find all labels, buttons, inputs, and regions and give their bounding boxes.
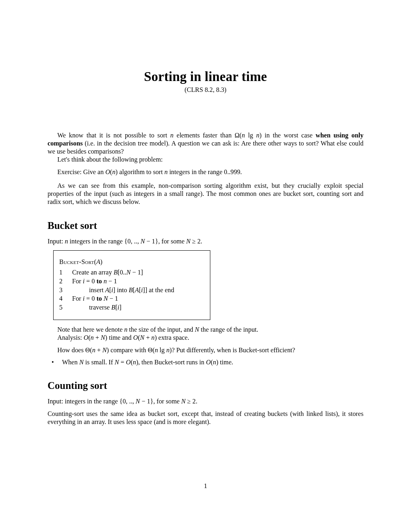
big-o: O bbox=[133, 334, 138, 341]
line-body: traverse B[i] bbox=[68, 303, 121, 312]
text: + bbox=[94, 334, 101, 341]
text: + bbox=[95, 347, 102, 354]
var-n: n bbox=[155, 347, 158, 354]
bucket-note: Note that here we denote n the size of t… bbox=[48, 326, 363, 334]
bucket-analysis: Analysis: O(n + N) time and O(N + n) ext… bbox=[48, 334, 363, 342]
algo-line-3: 3 insert A[i] into B[A[i]] at the end bbox=[59, 286, 204, 295]
text: ) algorithm to sort bbox=[116, 168, 164, 176]
var-N: N bbox=[101, 334, 105, 341]
bullet-icon: • bbox=[48, 358, 62, 366]
counting-input: Input: integers in the range {0, .., N −… bbox=[48, 397, 363, 405]
text: ), then Bucket-sort runs in bbox=[136, 359, 206, 366]
var-n: n bbox=[166, 347, 170, 354]
var-n: n bbox=[242, 132, 245, 139]
text: integers in the range 0..999. bbox=[168, 168, 242, 176]
text: = 0 bbox=[85, 295, 96, 302]
var-B: B bbox=[129, 287, 133, 294]
line-body: For i = 0 to n − 1 bbox=[68, 277, 117, 286]
line-body: insert A[i] into B[A[i]] at the end bbox=[68, 286, 174, 295]
section-heading-bucket: Bucket sort bbox=[48, 219, 363, 232]
kw-to: to bbox=[96, 295, 102, 302]
kw-to: to bbox=[96, 278, 102, 285]
var-N: N bbox=[104, 295, 108, 302]
var-n: n bbox=[164, 168, 168, 176]
section-heading-counting: Counting sort bbox=[48, 379, 363, 392]
intro-paragraph-3: As we can see from this example, non-com… bbox=[48, 182, 363, 206]
var-N: N bbox=[114, 359, 119, 366]
var-B: B bbox=[111, 304, 115, 311]
var-A: A bbox=[96, 258, 100, 266]
text: ) time and bbox=[105, 334, 133, 341]
intro-paragraph-1: We know that it is not possible to sort … bbox=[48, 131, 363, 156]
text: Note that here we denote bbox=[57, 326, 124, 333]
text: ) in the worst case bbox=[259, 132, 316, 139]
var-N: N bbox=[140, 334, 145, 341]
var-n: n bbox=[65, 238, 68, 245]
text: ]] at the end bbox=[143, 287, 174, 294]
text: ) bbox=[100, 258, 102, 266]
text: ] bbox=[119, 304, 121, 311]
bucket-question: How does Θ(n + N) compare with Θ(n lg n)… bbox=[48, 346, 363, 354]
bucket-input: Input: n integers in the range {0, .., N… bbox=[48, 237, 363, 245]
text: lg bbox=[158, 347, 166, 354]
var-n: n bbox=[170, 132, 174, 139]
document-title: Sorting in linear time bbox=[48, 69, 363, 85]
text: the size of the input, and bbox=[127, 326, 195, 333]
big-o: O bbox=[105, 168, 110, 176]
text: elements faster than Ω( bbox=[174, 132, 242, 139]
exercise: Exercise: Give an O(n) algorithm to sort… bbox=[48, 168, 363, 176]
var-n: n bbox=[133, 359, 136, 366]
text: − 1}, for some bbox=[145, 238, 186, 245]
var-N: N bbox=[102, 347, 107, 354]
text: Exercise: Give an bbox=[57, 168, 105, 176]
algorithm-box: Bucket-Sort(A) 1 Create an array B[0..N … bbox=[53, 250, 210, 320]
bullet-item: • When N is small. If N = O(n), then Buc… bbox=[48, 358, 363, 366]
line-number: 3 bbox=[59, 286, 68, 295]
text: For bbox=[72, 278, 83, 285]
var-N: N bbox=[126, 269, 131, 276]
text: the range of the input. bbox=[199, 326, 258, 333]
text: Analysis: bbox=[57, 334, 83, 341]
text: − 1 bbox=[108, 295, 118, 302]
text: For bbox=[72, 295, 83, 302]
var-N: N bbox=[141, 238, 145, 245]
text: − 1}, for some bbox=[140, 398, 181, 405]
text: (i.e. in the decision tree model). A que… bbox=[48, 140, 363, 155]
big-o: O bbox=[126, 359, 131, 366]
var-n: n bbox=[92, 347, 95, 354]
line-body: For i = 0 to N − 1 bbox=[68, 295, 118, 303]
text: Input: bbox=[48, 238, 65, 245]
text: − 1 bbox=[107, 278, 117, 285]
line-number: 1 bbox=[59, 268, 68, 277]
var-N: N bbox=[136, 398, 140, 405]
line-number: 4 bbox=[59, 295, 68, 303]
text: = 0 bbox=[85, 278, 96, 285]
text: insert bbox=[89, 287, 105, 294]
text: ≥ 2. bbox=[186, 398, 197, 405]
text: lg bbox=[245, 132, 256, 139]
intro-paragraph-2: Let's think about the following problem: bbox=[48, 156, 363, 164]
line-number: 5 bbox=[59, 303, 68, 312]
var-n: n bbox=[104, 278, 107, 285]
page-number: 1 bbox=[0, 482, 411, 490]
var-A: A bbox=[105, 287, 109, 294]
algo-line-4: 4 For i = 0 to N − 1 bbox=[59, 295, 204, 303]
text: When bbox=[62, 359, 79, 366]
text: ≥ 2. bbox=[191, 238, 202, 245]
text: [0.. bbox=[118, 269, 127, 276]
text: traverse bbox=[89, 304, 111, 311]
text: )? Put differently, when is Bucket-sort … bbox=[170, 347, 295, 354]
text: Create an array bbox=[72, 269, 114, 276]
text: is small. If bbox=[84, 359, 115, 366]
text: integers in the range {0, .., bbox=[68, 238, 141, 245]
algo-line-1: 1 Create an array B[0..N − 1] bbox=[59, 268, 204, 277]
line-number: 2 bbox=[59, 277, 68, 286]
var-n: n bbox=[112, 168, 116, 176]
var-N: N bbox=[195, 326, 199, 333]
var-A: A bbox=[135, 287, 139, 294]
line-body: Create an array B[0..N − 1] bbox=[68, 268, 143, 277]
text: ) compare with Θ( bbox=[107, 347, 155, 354]
page: Sorting in linear time (CLRS 8.2, 8.3) W… bbox=[0, 0, 411, 532]
document-subtitle: (CLRS 8.2, 8.3) bbox=[48, 86, 363, 94]
big-o: O bbox=[206, 359, 211, 366]
